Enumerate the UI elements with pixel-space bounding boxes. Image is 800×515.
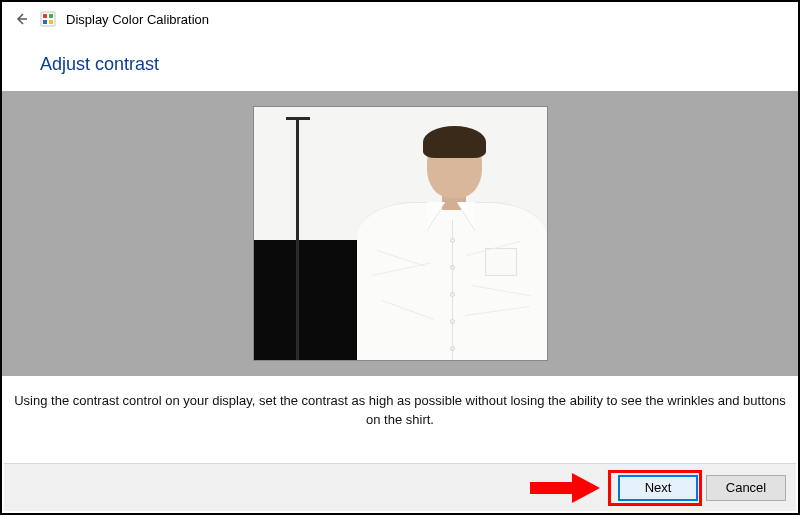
contrast-reference-image [253, 106, 548, 361]
window-title: Display Color Calibration [66, 12, 209, 27]
svg-rect-2 [43, 14, 47, 18]
back-button[interactable] [12, 10, 30, 28]
button-bar: Next Cancel [4, 463, 796, 511]
instruction-text: Using the contrast control on your displ… [2, 376, 798, 444]
svg-rect-5 [49, 20, 53, 24]
svg-rect-4 [43, 20, 47, 24]
svg-rect-3 [49, 14, 53, 18]
title-bar: Display Color Calibration [2, 2, 798, 36]
next-button[interactable]: Next [618, 475, 698, 501]
content-area [2, 91, 798, 376]
cancel-button[interactable]: Cancel [706, 475, 786, 501]
app-icon [40, 11, 56, 27]
page-heading: Adjust contrast [2, 36, 798, 91]
